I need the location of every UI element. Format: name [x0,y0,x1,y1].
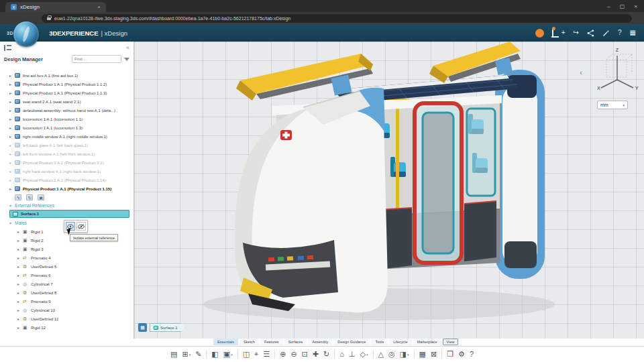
ribbon-tab[interactable]: Assembly [308,339,332,345]
model-tree-icon[interactable] [4,45,11,51]
design-browser-icon[interactable]: ▤ [170,351,177,358]
tree-row[interactable]: right middle window A.1 (right middle wi… [0,132,133,141]
widget-collapse-chevron-icon[interactable]: ‹ [580,68,582,76]
show-hide-button[interactable] [76,222,86,231]
expand-arrow-icon[interactable] [17,229,23,234]
apps-grid-icon[interactable]: ▦ [630,29,636,36]
surface-tree-item[interactable]: Surface.1 [9,210,129,218]
sketch-icon[interactable]: ✎ [195,351,207,358]
window-maximize-icon[interactable]: ▢ [620,3,625,9]
expand-arrow-icon[interactable] [9,143,15,147]
expand-arrow-icon[interactable] [9,82,15,86]
snapshot-icon[interactable]: ▣ [223,351,238,358]
expand-arrow-icon[interactable] [17,316,23,321]
render-style-icon[interactable]: ◨ [400,351,415,358]
mate-row[interactable]: ⇄ Prismatic 4 [0,253,133,262]
mate-row[interactable]: ⚙ UserDefined 11 [0,314,133,323]
expand-arrow-icon[interactable] [9,73,15,78]
selection-breadcrumb-chip[interactable]: Surface.1 [150,323,185,332]
measure-icon[interactable]: ⌖ [254,351,258,358]
perspective-icon[interactable]: △ [378,351,384,358]
expand-arrow-icon[interactable] [9,90,15,95]
grid-icon[interactable]: ▦ [419,351,426,358]
selection-filter-icon[interactable]: ▦ [138,323,147,332]
tree-row[interactable]: left front window A.1 (left front window… [0,149,133,158]
expand-arrow-icon[interactable] [9,169,15,174]
ribbon-tab[interactable]: Tools [371,339,388,345]
browser-tab[interactable]: x xDesign × [5,2,106,12]
window-minimize-icon[interactable]: – [607,3,610,9]
quick-related-icon[interactable]: ▣ [38,194,44,200]
expand-arrow-icon[interactable] [9,99,15,104]
pan-icon[interactable]: ✚ [313,351,319,358]
snap-icon[interactable]: ⊠ [431,351,442,358]
collapse-arrow-icon[interactable] [9,203,15,208]
vehicle-model[interactable] [134,42,644,339]
mate-row[interactable]: ▣ Rigid 12 [0,323,133,332]
expand-arrow-icon[interactable] [17,273,23,278]
share-button[interactable]: ↪ [574,29,579,36]
expand-arrow-icon[interactable] [9,108,15,113]
expand-arrow-icon[interactable] [17,308,23,312]
zoom-in-icon[interactable]: ⊕ [280,351,286,358]
zoom-fit-icon[interactable]: ⊡ [302,351,308,358]
expand-arrow-icon[interactable] [17,247,23,251]
expand-arrow-icon[interactable] [17,299,23,304]
mate-row[interactable]: ⇄ Prismatic 6 [0,271,133,280]
ribbon-tab[interactable]: Features [260,339,283,345]
hide-show-icon[interactable]: ◎ [388,351,395,358]
expand-arrow-icon[interactable] [9,152,15,156]
3dexperience-compass-icon[interactable] [13,21,39,47]
mate-row[interactable]: ◎ Cylindrical 10 [0,306,133,314]
tree-row[interactable]: seat stand 2 A.1 (seat stand 2.1) [0,97,133,106]
normal-to-icon[interactable]: ⊥ [349,351,356,358]
help-icon[interactable]: ? [470,351,474,358]
mate-row[interactable]: ▣ Rigid 3 [0,245,133,253]
fullscreen-icon[interactable]: ❒ [447,351,453,358]
tree-row[interactable]: Physical Product 3 A.1 (Physical Product… [0,158,133,167]
add-content-button[interactable]: + [561,29,566,36]
window-close-icon[interactable]: × [634,3,637,9]
expand-arrow-icon[interactable] [17,264,23,269]
3d-viewport[interactable]: ‹ Z X Y mm ▦ Surface.1 [134,42,644,339]
mate-row[interactable]: ⚙ UserDefined 8 [0,288,133,297]
expand-arrow-icon[interactable] [17,238,23,243]
expand-arrow-icon[interactable] [9,160,15,165]
expand-arrow-icon[interactable] [17,255,23,260]
collapse-arrow-icon[interactable] [9,221,15,225]
notifications-button[interactable] [552,29,553,36]
quick-update-icon[interactable]: ↻ [26,194,33,200]
ribbon-tab[interactable]: View [443,339,459,345]
tree-row[interactable]: right back window A.1 (right back window… [0,167,133,176]
expand-arrow-icon[interactable] [17,290,23,295]
ribbon-tab[interactable]: Lifecycle [389,339,411,345]
expand-arrow-icon[interactable] [9,178,15,182]
share-network-icon[interactable] [587,29,594,37]
tab-close-icon[interactable]: × [97,4,101,10]
annotation-icon[interactable]: ☰ [263,351,275,358]
expand-arrow-icon[interactable] [9,125,15,130]
ribbon-tab[interactable]: Essentials [213,339,238,345]
units-dropdown[interactable]: mm [597,101,628,109]
section-view-icon[interactable]: ◫ [243,351,250,358]
tree-row[interactable]: Physical Product 1 A.1 (Physical Product… [0,88,133,97]
user-status-icon[interactable] [535,29,544,38]
expand-arrow-icon[interactable] [9,117,15,121]
saved-views-icon[interactable]: ◇ [360,351,374,358]
appearance-icon[interactable]: ◧ [211,351,218,358]
expand-arrow-icon[interactable] [9,186,15,191]
rotate-icon[interactable]: ↻ [323,351,335,358]
tree-row[interactable]: locomotion 1 A.1 (locomotion 1.1) [0,115,133,123]
home-view-icon[interactable]: ⌂ [339,351,344,358]
mate-row[interactable]: ⇄ Prismatic 9 [0,297,133,306]
tree-row[interactable]: first aid box A.1 (first aid box.1) [0,71,133,80]
filter-icon[interactable] [124,58,129,61]
ribbon-tab[interactable]: Surfaces [284,339,307,345]
collapse-panel-icon[interactable]: « [126,44,129,51]
expand-arrow-icon[interactable] [17,325,23,330]
url-field[interactable]: euw1-22qna10128-ifwe.3dx-staging.3ds.com… [42,14,632,23]
ribbon-tab[interactable]: Sketch [239,339,259,345]
tree-row[interactable]: Physical Product 1 A.1 (Physical Product… [0,184,133,193]
expand-arrow-icon[interactable] [9,134,15,139]
mate-row[interactable]: ⚙ UserDefined 5 [0,262,133,271]
